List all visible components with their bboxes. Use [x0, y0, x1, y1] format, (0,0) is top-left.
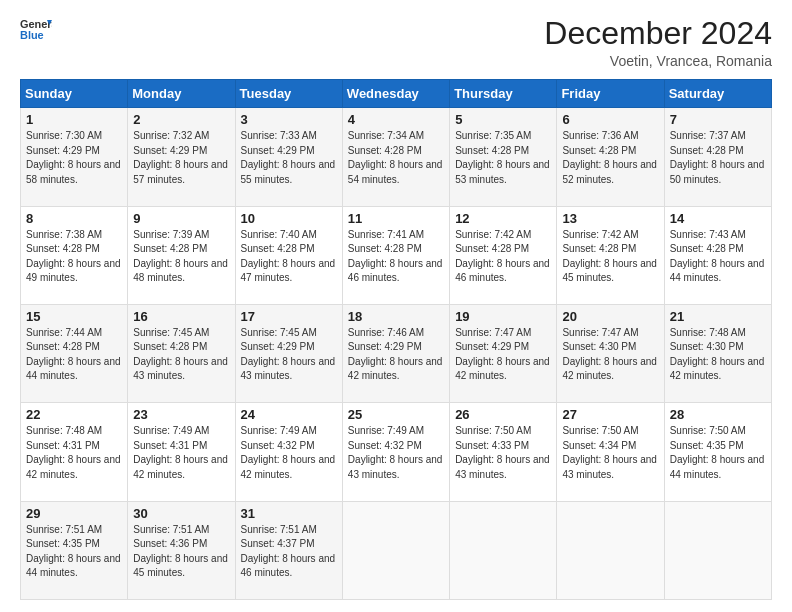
day-info: Sunrise: 7:51 AMSunset: 4:35 PMDaylight:…: [26, 523, 122, 581]
table-row: [557, 501, 664, 599]
table-row: 6Sunrise: 7:36 AMSunset: 4:28 PMDaylight…: [557, 108, 664, 206]
table-row: 18Sunrise: 7:46 AMSunset: 4:29 PMDayligh…: [342, 304, 449, 402]
col-friday: Friday: [557, 80, 664, 108]
day-info: Sunrise: 7:47 AMSunset: 4:30 PMDaylight:…: [562, 326, 658, 384]
day-info: Sunrise: 7:49 AMSunset: 4:31 PMDaylight:…: [133, 424, 229, 482]
day-number: 26: [455, 407, 551, 422]
day-info: Sunrise: 7:48 AMSunset: 4:31 PMDaylight:…: [26, 424, 122, 482]
day-number: 24: [241, 407, 337, 422]
day-info: Sunrise: 7:40 AMSunset: 4:28 PMDaylight:…: [241, 228, 337, 286]
table-row: 30Sunrise: 7:51 AMSunset: 4:36 PMDayligh…: [128, 501, 235, 599]
day-info: Sunrise: 7:43 AMSunset: 4:28 PMDaylight:…: [670, 228, 766, 286]
col-saturday: Saturday: [664, 80, 771, 108]
day-number: 14: [670, 211, 766, 226]
day-info: Sunrise: 7:51 AMSunset: 4:36 PMDaylight:…: [133, 523, 229, 581]
table-row: 13Sunrise: 7:42 AMSunset: 4:28 PMDayligh…: [557, 206, 664, 304]
table-row: 22Sunrise: 7:48 AMSunset: 4:31 PMDayligh…: [21, 403, 128, 501]
day-number: 5: [455, 112, 551, 127]
day-info: Sunrise: 7:37 AMSunset: 4:28 PMDaylight:…: [670, 129, 766, 187]
day-number: 20: [562, 309, 658, 324]
page-subtitle: Voetin, Vrancea, Romania: [544, 53, 772, 69]
table-row: 3Sunrise: 7:33 AMSunset: 4:29 PMDaylight…: [235, 108, 342, 206]
day-number: 7: [670, 112, 766, 127]
day-info: Sunrise: 7:39 AMSunset: 4:28 PMDaylight:…: [133, 228, 229, 286]
table-row: 31Sunrise: 7:51 AMSunset: 4:37 PMDayligh…: [235, 501, 342, 599]
table-row: 1Sunrise: 7:30 AMSunset: 4:29 PMDaylight…: [21, 108, 128, 206]
table-row: 4Sunrise: 7:34 AMSunset: 4:28 PMDaylight…: [342, 108, 449, 206]
svg-text:Blue: Blue: [20, 29, 44, 41]
day-number: 3: [241, 112, 337, 127]
day-number: 16: [133, 309, 229, 324]
table-row: [664, 501, 771, 599]
table-row: 16Sunrise: 7:45 AMSunset: 4:28 PMDayligh…: [128, 304, 235, 402]
day-number: 25: [348, 407, 444, 422]
logo: General Blue: [20, 16, 52, 44]
day-number: 23: [133, 407, 229, 422]
day-number: 1: [26, 112, 122, 127]
day-info: Sunrise: 7:30 AMSunset: 4:29 PMDaylight:…: [26, 129, 122, 187]
day-info: Sunrise: 7:34 AMSunset: 4:28 PMDaylight:…: [348, 129, 444, 187]
generalblue-logo-icon: General Blue: [20, 16, 52, 44]
calendar-header-row: Sunday Monday Tuesday Wednesday Thursday…: [21, 80, 772, 108]
day-info: Sunrise: 7:46 AMSunset: 4:29 PMDaylight:…: [348, 326, 444, 384]
col-thursday: Thursday: [450, 80, 557, 108]
table-row: 17Sunrise: 7:45 AMSunset: 4:29 PMDayligh…: [235, 304, 342, 402]
table-row: 10Sunrise: 7:40 AMSunset: 4:28 PMDayligh…: [235, 206, 342, 304]
day-number: 11: [348, 211, 444, 226]
table-row: 26Sunrise: 7:50 AMSunset: 4:33 PMDayligh…: [450, 403, 557, 501]
table-row: 28Sunrise: 7:50 AMSunset: 4:35 PMDayligh…: [664, 403, 771, 501]
day-number: 15: [26, 309, 122, 324]
day-number: 18: [348, 309, 444, 324]
table-row: 5Sunrise: 7:35 AMSunset: 4:28 PMDaylight…: [450, 108, 557, 206]
day-info: Sunrise: 7:51 AMSunset: 4:37 PMDaylight:…: [241, 523, 337, 581]
day-number: 27: [562, 407, 658, 422]
day-number: 30: [133, 506, 229, 521]
col-wednesday: Wednesday: [342, 80, 449, 108]
day-number: 8: [26, 211, 122, 226]
table-row: 11Sunrise: 7:41 AMSunset: 4:28 PMDayligh…: [342, 206, 449, 304]
table-row: 15Sunrise: 7:44 AMSunset: 4:28 PMDayligh…: [21, 304, 128, 402]
day-info: Sunrise: 7:32 AMSunset: 4:29 PMDaylight:…: [133, 129, 229, 187]
table-row: 25Sunrise: 7:49 AMSunset: 4:32 PMDayligh…: [342, 403, 449, 501]
table-row: 24Sunrise: 7:49 AMSunset: 4:32 PMDayligh…: [235, 403, 342, 501]
day-info: Sunrise: 7:50 AMSunset: 4:34 PMDaylight:…: [562, 424, 658, 482]
col-monday: Monday: [128, 80, 235, 108]
day-info: Sunrise: 7:33 AMSunset: 4:29 PMDaylight:…: [241, 129, 337, 187]
day-info: Sunrise: 7:36 AMSunset: 4:28 PMDaylight:…: [562, 129, 658, 187]
day-number: 31: [241, 506, 337, 521]
table-row: 23Sunrise: 7:49 AMSunset: 4:31 PMDayligh…: [128, 403, 235, 501]
table-row: 2Sunrise: 7:32 AMSunset: 4:29 PMDaylight…: [128, 108, 235, 206]
day-number: 19: [455, 309, 551, 324]
day-number: 10: [241, 211, 337, 226]
day-number: 22: [26, 407, 122, 422]
day-info: Sunrise: 7:45 AMSunset: 4:28 PMDaylight:…: [133, 326, 229, 384]
calendar-row-2: 8Sunrise: 7:38 AMSunset: 4:28 PMDaylight…: [21, 206, 772, 304]
table-row: 20Sunrise: 7:47 AMSunset: 4:30 PMDayligh…: [557, 304, 664, 402]
title-block: December 2024 Voetin, Vrancea, Romania: [544, 16, 772, 69]
calendar-row-3: 15Sunrise: 7:44 AMSunset: 4:28 PMDayligh…: [21, 304, 772, 402]
day-info: Sunrise: 7:50 AMSunset: 4:35 PMDaylight:…: [670, 424, 766, 482]
day-number: 9: [133, 211, 229, 226]
page: General Blue December 2024 Voetin, Vranc…: [0, 0, 792, 612]
day-number: 13: [562, 211, 658, 226]
day-number: 28: [670, 407, 766, 422]
day-info: Sunrise: 7:41 AMSunset: 4:28 PMDaylight:…: [348, 228, 444, 286]
day-number: 21: [670, 309, 766, 324]
day-info: Sunrise: 7:42 AMSunset: 4:28 PMDaylight:…: [562, 228, 658, 286]
day-info: Sunrise: 7:35 AMSunset: 4:28 PMDaylight:…: [455, 129, 551, 187]
day-info: Sunrise: 7:38 AMSunset: 4:28 PMDaylight:…: [26, 228, 122, 286]
table-row: 7Sunrise: 7:37 AMSunset: 4:28 PMDaylight…: [664, 108, 771, 206]
day-number: 12: [455, 211, 551, 226]
day-info: Sunrise: 7:49 AMSunset: 4:32 PMDaylight:…: [241, 424, 337, 482]
table-row: [342, 501, 449, 599]
table-row: 27Sunrise: 7:50 AMSunset: 4:34 PMDayligh…: [557, 403, 664, 501]
day-number: 2: [133, 112, 229, 127]
calendar-row-1: 1Sunrise: 7:30 AMSunset: 4:29 PMDaylight…: [21, 108, 772, 206]
col-sunday: Sunday: [21, 80, 128, 108]
day-number: 17: [241, 309, 337, 324]
day-info: Sunrise: 7:44 AMSunset: 4:28 PMDaylight:…: [26, 326, 122, 384]
day-number: 29: [26, 506, 122, 521]
day-number: 6: [562, 112, 658, 127]
table-row: 12Sunrise: 7:42 AMSunset: 4:28 PMDayligh…: [450, 206, 557, 304]
day-number: 4: [348, 112, 444, 127]
